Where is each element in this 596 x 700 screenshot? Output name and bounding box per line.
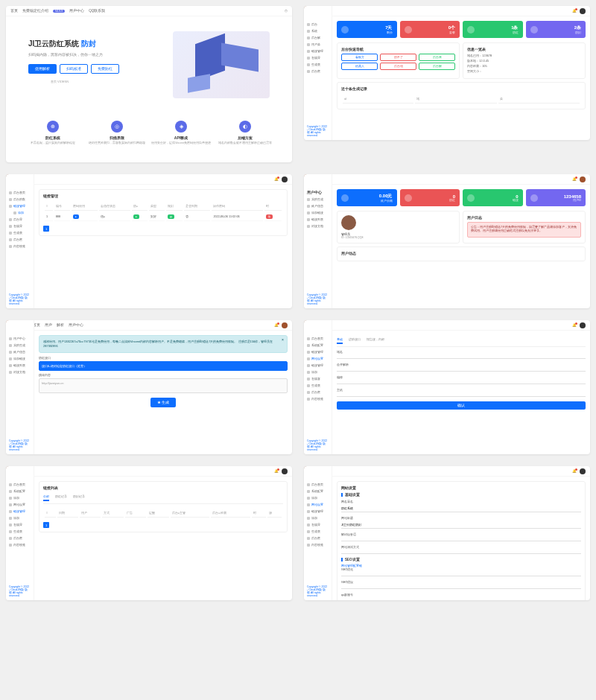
sidebar-item[interactable]: 后台密 bbox=[6, 236, 34, 243]
subtab[interactable]: 进阶接口 bbox=[349, 337, 361, 344]
sidebar-item[interactable]: 链接列表 bbox=[6, 362, 34, 369]
sidebar-item[interactable]: 系统 bbox=[304, 28, 332, 34]
sidebar-item[interactable]: 内容校准 bbox=[304, 395, 332, 402]
sidebar-item[interactable]: 后台的数 bbox=[6, 196, 34, 203]
page-1[interactable]: 1 bbox=[43, 226, 49, 232]
sidebar-item[interactable]: 后台解 bbox=[304, 34, 332, 41]
quick-btn[interactable]: 后台端 bbox=[380, 63, 416, 70]
sidebar-item[interactable]: 链接管理 bbox=[304, 349, 332, 355]
sidebar-item[interactable]: 用户类 bbox=[304, 41, 332, 48]
table-row[interactable]: 1888●信=●架好是否2022-06-06 11:02:06删 bbox=[45, 212, 282, 221]
sidebar-item[interactable]: 我的生成 bbox=[304, 196, 332, 203]
sidebar-item[interactable]: 生成表 bbox=[304, 61, 332, 68]
filter-tab[interactable]: 全部 bbox=[43, 494, 49, 501]
bell-icon[interactable]: 🔔 bbox=[572, 323, 577, 327]
sidebar-item[interactable]: 在线显 bbox=[304, 521, 332, 528]
sidebar-item[interactable]: 在线显 bbox=[304, 54, 332, 61]
user-avatar[interactable] bbox=[580, 468, 586, 474]
sidebar-item[interactable]: 系统配置 bbox=[304, 342, 332, 349]
sidebar-item[interactable]: 添加 bbox=[304, 494, 332, 501]
generate-button[interactable]: ★ 生成 bbox=[150, 398, 176, 407]
sidebar-item[interactable]: 添加 bbox=[6, 515, 34, 521]
user-avatar[interactable] bbox=[580, 8, 586, 14]
sidebar-item[interactable]: 生成表 bbox=[6, 528, 34, 535]
tab[interactable]: 用户 bbox=[45, 323, 52, 327]
close-icon[interactable]: × bbox=[282, 337, 284, 343]
sidebar-item[interactable]: 后台 bbox=[304, 21, 332, 28]
sidebar-item[interactable]: 在线显 bbox=[6, 521, 34, 528]
nav-red[interactable]: 免费稳定红介绍 bbox=[22, 9, 48, 13]
seo2-input[interactable] bbox=[341, 585, 581, 589]
sidebar-item[interactable]: 后台首页 bbox=[6, 481, 34, 488]
user-avatar[interactable] bbox=[282, 322, 288, 328]
sidebar-item[interactable]: 添加 bbox=[6, 494, 34, 501]
nav-user[interactable]: 用户中心 bbox=[69, 9, 84, 13]
debug-input[interactable] bbox=[341, 550, 581, 554]
sidebar-item[interactable]: 网站设置 bbox=[304, 355, 332, 362]
sidebar-item[interactable]: 系统配置 bbox=[304, 488, 332, 494]
sidebar-item[interactable]: 添加 bbox=[6, 209, 34, 216]
quick-btn[interactable]: 防不了 bbox=[380, 54, 416, 61]
quick-btn[interactable]: 后台解 bbox=[419, 63, 455, 70]
url-input[interactable]: http://jiweiyun.cn bbox=[39, 378, 288, 393]
tab[interactable]: 用户中心 bbox=[69, 323, 83, 327]
user-avatar[interactable] bbox=[282, 176, 288, 182]
sidebar-item[interactable]: 添加链接 bbox=[6, 355, 34, 362]
sidebar-item[interactable]: 添加 bbox=[304, 515, 332, 521]
quick-btn[interactable]: 看板方 bbox=[341, 54, 378, 61]
sidebar-item[interactable]: 后台密 bbox=[304, 68, 332, 74]
nav-home[interactable]: 首页 bbox=[10, 9, 18, 13]
bell-icon[interactable]: 🔔 bbox=[572, 9, 577, 13]
bell-icon[interactable]: 🔔 bbox=[274, 469, 279, 473]
seo1-input[interactable] bbox=[341, 573, 581, 576]
interface-select[interactable]: 接口6-绝对稳定防红接口（推荐） bbox=[39, 361, 288, 371]
confirm-button[interactable]: 确认 bbox=[337, 401, 586, 410]
sidebar-item[interactable]: 网站设置 bbox=[6, 501, 34, 508]
sidebar-item[interactable]: 后台显 bbox=[6, 216, 34, 223]
sidebar-item[interactable]: 链接管理 bbox=[304, 362, 332, 369]
user-avatar[interactable] bbox=[580, 322, 586, 328]
sitetitle-input[interactable]: JI卫云防红防封 bbox=[341, 521, 581, 529]
host-input[interactable] bbox=[337, 393, 586, 397]
merge-input[interactable] bbox=[337, 368, 586, 372]
bell-icon[interactable]: 🔔 bbox=[572, 177, 577, 181]
filter-tab[interactable]: 防封记录 bbox=[73, 494, 85, 501]
sidebar-item[interactable]: 在线显 bbox=[6, 223, 34, 229]
sitename-input[interactable]: 防红系统 bbox=[341, 505, 581, 512]
filter-tab[interactable]: 防红记录 bbox=[55, 494, 67, 501]
user-avatar[interactable] bbox=[282, 468, 288, 474]
btn-scan[interactable]: 扫码校准 bbox=[60, 64, 88, 74]
sidebar-item[interactable]: 后台首页 bbox=[6, 189, 34, 196]
sidebar-item[interactable]: 后台首页 bbox=[304, 481, 332, 488]
btn-use[interactable]: 使用解析 bbox=[28, 64, 57, 74]
sidebar-item[interactable]: 账户信息 bbox=[6, 349, 34, 355]
bell-icon[interactable]: 🔔 bbox=[274, 177, 279, 181]
sidebar-item[interactable]: 用户中心 bbox=[6, 335, 34, 342]
offset-input[interactable] bbox=[337, 381, 586, 384]
subtab[interactable]: 基础 bbox=[337, 337, 343, 344]
keyword-input[interactable] bbox=[341, 538, 581, 541]
subtab[interactable]: 报告接，内部 bbox=[367, 337, 384, 344]
sidebar-item[interactable]: 链接列表 bbox=[304, 216, 332, 223]
bell-icon[interactable]: 🔔 bbox=[274, 323, 279, 327]
quick-btn[interactable]: 后台来 bbox=[419, 54, 455, 61]
sidebar-item[interactable]: 生成表 bbox=[304, 528, 332, 535]
sidebar-item[interactable]: 对接文档 bbox=[304, 223, 332, 229]
sidebar-item[interactable]: 链接管理 bbox=[6, 203, 34, 209]
btn-free[interactable]: 免费防红 bbox=[91, 64, 119, 74]
delete-btn[interactable]: 删 bbox=[266, 214, 273, 219]
sidebar-item[interactable]: 网站设置 bbox=[304, 501, 332, 508]
sidebar-item[interactable]: 对接文档 bbox=[6, 369, 34, 375]
sidebar-item[interactable]: 添加 bbox=[304, 369, 332, 375]
user-avatar[interactable] bbox=[580, 176, 586, 182]
sidebar-item[interactable]: 系统配置 bbox=[6, 488, 34, 494]
sidebar-item[interactable]: 我的生成 bbox=[6, 342, 34, 349]
sidebar-item[interactable]: 生成表 bbox=[6, 229, 34, 236]
sidebar-item[interactable]: 内容校准 bbox=[6, 243, 34, 249]
sidebar-item[interactable]: 后台首页 bbox=[304, 335, 332, 342]
sidebar-item[interactable]: 内容校准 bbox=[304, 541, 332, 548]
sidebar-item[interactable]: 在线客 bbox=[304, 375, 332, 382]
quick-btn[interactable]: 机器人 bbox=[341, 63, 378, 70]
sidebar-item[interactable]: 链接管理 bbox=[304, 508, 332, 515]
domain-input[interactable] bbox=[337, 355, 586, 359]
